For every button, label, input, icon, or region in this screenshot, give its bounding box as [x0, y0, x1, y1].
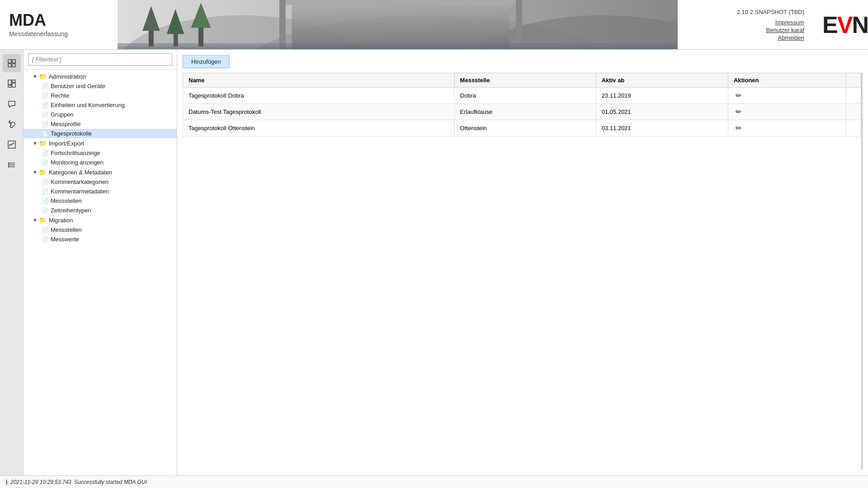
- impressum-link[interactable]: Impressum: [775, 19, 804, 26]
- tree-item-importexport[interactable]: ▼📁Import/Export: [24, 138, 177, 148]
- tree-expand-admin[interactable]: ▼: [33, 74, 38, 79]
- tree-label-messwerte_mig: Messwerte: [51, 236, 79, 243]
- sidebar-icon-tools[interactable]: [3, 115, 21, 133]
- tree-item-rechte[interactable]: 📄Rechte: [24, 91, 177, 100]
- tree-content: ▼📁Administration📄Benutzer und Geräte📄Rec…: [24, 70, 177, 475]
- svg-rect-20: [8, 80, 11, 84]
- tree-item-kategorien[interactable]: ▼📁Kategorien & Metadaten: [24, 167, 177, 177]
- doc-icon-fortschritt: 📄: [42, 150, 48, 156]
- tree-item-kommentarmetadaten[interactable]: 📄Kommentarmetadaten: [24, 187, 177, 196]
- tree-expand-migration[interactable]: ▼: [33, 217, 38, 223]
- svg-rect-18: [8, 64, 11, 67]
- svg-rect-16: [8, 60, 11, 63]
- status-bar: ℹ 2021-11-29 10:29:53.743 Successfully s…: [0, 475, 868, 488]
- sidebar-icon-list[interactable]: [3, 156, 21, 174]
- tree-item-gruppen[interactable]: 📄Gruppen: [24, 110, 177, 119]
- cell-aktiv-0: 23.11.2019: [596, 88, 728, 104]
- tree-item-admin[interactable]: ▼📁Administration: [24, 71, 177, 81]
- tree-filter-input[interactable]: [28, 53, 172, 66]
- svg-rect-19: [12, 64, 15, 67]
- svg-rect-4: [292, 3, 509, 49]
- tree-label-kommentarkategorien: Kommentarkategorien: [51, 178, 108, 185]
- cell-messstelle-0: Dobra: [454, 88, 596, 104]
- svg-rect-7: [286, 0, 516, 5]
- tree-item-messprofile[interactable]: 📄Messprofile: [24, 119, 177, 129]
- col-add-action[interactable]: +: [846, 73, 861, 88]
- col-header-messstelle: Messstelle: [454, 73, 596, 88]
- folder-icon-kategorien: 📁: [39, 169, 47, 176]
- tree-item-benutzer[interactable]: 📄Benutzer und Geräte: [24, 81, 177, 91]
- add-button[interactable]: Hinzufügen: [183, 55, 230, 68]
- logo-v: V: [837, 12, 852, 38]
- col-header-aktiv-ab: Aktiv ab: [596, 73, 728, 88]
- edit-button-2[interactable]: ✏: [734, 124, 743, 132]
- tree-item-messstellen_kat[interactable]: 📄Messstellen: [24, 196, 177, 206]
- cell-name-1: Datums-Test Tagesprotokoll: [183, 104, 455, 120]
- edit-button-0[interactable]: ✏: [734, 91, 743, 100]
- tree-item-fortschritt[interactable]: 📄Fortschrittsanzeige: [24, 148, 177, 158]
- svg-rect-23: [8, 85, 11, 87]
- doc-icon-kommentarkategorien: 📄: [42, 179, 48, 185]
- tree-label-importexport: Import/Export: [49, 140, 84, 147]
- folder-icon-admin: 📁: [39, 73, 47, 80]
- logo-e: E: [822, 12, 837, 38]
- tree-item-tagesprotokolle[interactable]: 📄Tagesprotokolle: [24, 129, 177, 138]
- benutzer-link[interactable]: Benutzer karaf: [766, 27, 805, 33]
- edit-button-1[interactable]: ✏: [734, 108, 743, 116]
- tree-item-messstellen_mig[interactable]: 📄Messstellen: [24, 225, 177, 235]
- sidebar-icon-chat[interactable]: [3, 95, 21, 113]
- tree-label-fortschritt: Fortschrittsanzeige: [51, 150, 100, 156]
- app-subtitle: Messdatenerfassung: [9, 30, 108, 38]
- cell-aktionen-0: ✏: [728, 88, 846, 104]
- tree-item-einheiten[interactable]: 📄Einheiten und Konvertierung: [24, 100, 177, 110]
- cell-messstelle-1: Erlaufklause: [454, 104, 596, 120]
- cell-extra-1: [846, 104, 861, 120]
- cell-aktionen-1: ✏: [728, 104, 846, 120]
- tree-label-zeitreihentypen: Zeitreihentypen: [51, 207, 91, 214]
- toolbar: Hinzufügen: [183, 55, 863, 68]
- tree-label-kategorien: Kategorien & Metadaten: [49, 169, 112, 176]
- abmelden-link[interactable]: Abmelden: [778, 34, 805, 41]
- doc-icon-messstellen_kat: 📄: [42, 198, 48, 204]
- tree-label-migration: Migration: [49, 217, 73, 224]
- tree-label-tagesprotokolle: Tagesprotokolle: [51, 130, 92, 137]
- doc-icon-tagesprotokolle: 📄: [42, 131, 48, 137]
- table-row: Tagesprotokoll Ottenstein Ottenstein 03.…: [183, 120, 861, 136]
- header: MDA Messdatenerfassung: [0, 0, 868, 50]
- tree-item-monitoring[interactable]: 📄Monitoring anzeigen: [24, 158, 177, 167]
- logo-container: EVN: [822, 0, 868, 49]
- col-header-name: Name: [183, 73, 455, 88]
- doc-icon-monitoring: 📄: [42, 160, 48, 166]
- content-area: Hinzufügen Name Messstelle Aktiv ab Akti…: [177, 50, 868, 475]
- status-timestamp: 2021-11-29 10:29:53.743: [10, 479, 71, 485]
- tree-item-migration[interactable]: ▼📁Migration: [24, 215, 177, 225]
- cell-extra-0: [846, 88, 861, 104]
- version-label: 2.10.2.SNAPSHOT (TBD): [737, 9, 804, 15]
- sidebar-icon-dashboard[interactable]: [3, 75, 21, 93]
- svg-rect-17: [12, 60, 15, 63]
- doc-icon-einheiten: 📄: [42, 102, 48, 108]
- svg-rect-6: [516, 0, 522, 49]
- app-title: MDA: [9, 12, 108, 28]
- tree-item-zeitreihentypen[interactable]: 📄Zeitreihentypen: [24, 206, 177, 215]
- cell-name-0: Tagesprotokoll Dobra: [183, 88, 455, 104]
- tree-label-messstellen_mig: Messstellen: [51, 226, 82, 233]
- tree-item-kommentarkategorien[interactable]: 📄Kommentarkategorien: [24, 177, 177, 187]
- sidebar-icon-analysis[interactable]: [3, 136, 21, 154]
- sidebar-icon-grid[interactable]: [3, 54, 21, 72]
- tree-expand-importexport[interactable]: ▼: [33, 141, 38, 146]
- header-links: Impressum Benutzer karaf Abmelden: [766, 19, 805, 41]
- folder-icon-migration: 📁: [39, 216, 47, 224]
- tree-item-messwerte_mig[interactable]: 📄Messwerte: [24, 235, 177, 244]
- status-icon: ℹ: [5, 479, 8, 486]
- svg-rect-5: [279, 0, 286, 49]
- doc-icon-messprofile: 📄: [42, 121, 48, 127]
- header-right: 2.10.2.SNAPSHOT (TBD) Impressum Benutzer…: [678, 0, 813, 49]
- tree-expand-kategorien[interactable]: ▼: [33, 169, 38, 175]
- tree-label-monitoring: Monitoring anzeigen: [51, 159, 104, 166]
- cell-messstelle-2: Ottenstein: [454, 120, 596, 136]
- svg-rect-22: [12, 83, 15, 87]
- tree-label-einheiten: Einheiten und Konvertierung: [51, 102, 125, 108]
- table-wrapper: Name Messstelle Aktiv ab Aktionen + Tage…: [183, 73, 863, 470]
- tree-label-kommentarmetadaten: Kommentarmetadaten: [51, 188, 109, 195]
